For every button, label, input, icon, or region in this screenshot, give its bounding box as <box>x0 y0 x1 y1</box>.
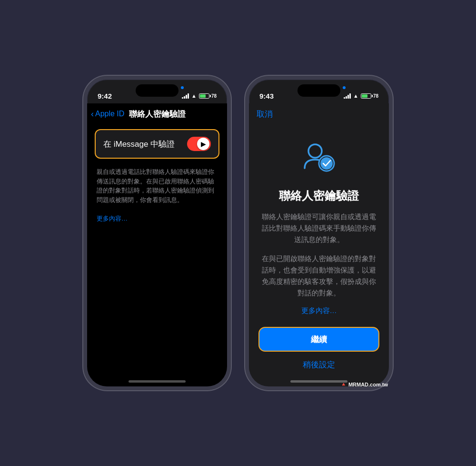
nav-title-1: 聯絡人密鑰驗證 <box>129 109 186 120</box>
settings-screen: ‹ Apple ID 聯絡人密鑰驗證 在 iMessage 中驗證 ▶ 親自或透… <box>87 103 227 386</box>
back-chevron-icon: ‹ <box>91 110 94 118</box>
imessage-toggle-row[interactable]: 在 iMessage 中驗證 ▶ <box>95 129 219 159</box>
watermark: 🔺 MRMAD.com.tw <box>340 381 388 387</box>
contact-key-icon <box>300 139 338 177</box>
status-icons-2: ▲ 78 <box>344 93 378 99</box>
phone-1: 9:42 ▲ 78 <box>83 76 231 390</box>
contact-key-icon-container <box>300 139 338 177</box>
cancel-button[interactable]: 取消 <box>257 109 273 120</box>
phone-2-body: 9:43 ▲ 78 <box>245 76 393 390</box>
wifi-icon-1: ▲ <box>191 93 197 99</box>
info-screen: 取消 聯絡人密鑰驗證 聯絡人密鑰驗證可讓你 <box>249 103 389 386</box>
phone-1-body: 9:42 ▲ 78 <box>83 76 231 390</box>
signal-icon-2 <box>344 93 351 99</box>
signal-icon-1 <box>182 93 189 99</box>
info-content: 聯絡人密鑰驗證 聯絡人密鑰驗證可讓你親自或透過電話比對聯絡人驗證碼來手動驗證你傳… <box>249 124 389 330</box>
watermark-text: MRMAD.com.tw <box>348 382 388 387</box>
battery-2: 78 <box>361 93 378 99</box>
toggle-label: 在 iMessage 中驗證 <box>103 139 175 150</box>
watermark-logo: 🔺 <box>340 381 347 387</box>
continue-text: 繼續 <box>311 334 327 345</box>
battery-text-2: 78 <box>373 93 378 99</box>
bottom-section: 繼續 稍後設定 <box>249 327 389 372</box>
back-button[interactable]: ‹ Apple ID <box>91 110 124 118</box>
nav-bar-1: ‹ Apple ID 聯絡人密鑰驗證 <box>87 103 227 124</box>
more-link-2[interactable]: 更多內容… <box>301 306 337 315</box>
info-desc-1: 聯絡人密鑰驗證可讓你親自或透過電話比對聯絡人驗證碼來手動驗證你傳送訊息的對象。 <box>260 211 377 245</box>
info-title: 聯絡人密鑰驗證 <box>279 188 359 203</box>
svg-point-0 <box>308 144 322 158</box>
phone-2: 9:43 ▲ 78 <box>245 76 393 390</box>
battery-1: 78 <box>199 93 217 99</box>
svg-point-2 <box>320 157 333 170</box>
dynamic-island-1 <box>136 84 178 97</box>
status-icons-1: ▲ 78 <box>182 93 217 99</box>
time-2: 9:43 <box>259 92 274 100</box>
more-link-1[interactable]: 更多內容… <box>97 215 128 222</box>
info-desc-2: 在與已開啟聯絡人密鑰驗證的對象對話時，也會受到自動增強保護，以避免高度精密的駭客… <box>260 253 377 299</box>
toggle-icon: ▶ <box>201 140 206 148</box>
back-label: Apple ID <box>95 110 124 118</box>
dynamic-island-2 <box>298 84 340 97</box>
home-indicator-1 <box>129 380 186 383</box>
continue-button[interactable]: 繼續 <box>258 327 379 352</box>
later-button[interactable]: 稍後設定 <box>301 357 337 372</box>
home-indicator-2 <box>290 380 347 383</box>
imessage-toggle[interactable]: ▶ <box>187 137 211 151</box>
wifi-icon-2: ▲ <box>353 93 358 99</box>
description-text: 親自或透過電話比對聯絡人驗證碼來驗證你傳送訊息的對象。在與已啟用聯絡人密碼驗證的… <box>87 163 227 227</box>
description-content: 親自或透過電話比對聯絡人驗證碼來驗證你傳送訊息的對象。在與已啟用聯絡人密碼驗證的… <box>97 168 214 203</box>
battery-text-1: 78 <box>211 93 217 99</box>
toggle-knob: ▶ <box>197 138 209 150</box>
time-1: 9:42 <box>98 92 112 100</box>
info-nav: 取消 <box>249 103 389 124</box>
